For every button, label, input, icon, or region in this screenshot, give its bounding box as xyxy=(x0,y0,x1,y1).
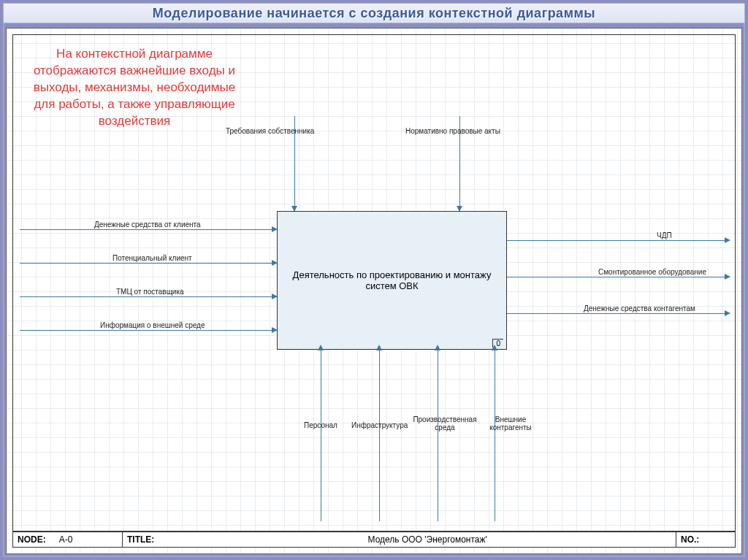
footer-title-value: Модель ООО 'Энергомонтаж' xyxy=(183,534,671,545)
input-arrow-2 xyxy=(20,263,277,264)
annotation-text: На контекстной диаграмме отображаются ва… xyxy=(21,46,248,130)
footer-title-cell: TITLE: Модель ООО 'Энергомонтаж' xyxy=(123,532,676,547)
output-label-2: Смонтированное оборудование xyxy=(598,268,706,276)
mechanism-label-3: Производственная среда xyxy=(412,415,478,431)
footer-no-label: NO.: xyxy=(681,534,699,545)
diagram-canvas: На контекстной диаграмме отображаются ва… xyxy=(6,28,742,554)
mechanism-arrowhead-3 xyxy=(435,345,440,350)
output-arrow-3 xyxy=(507,313,726,314)
output-label-3: Денежные средства контагентам xyxy=(584,304,695,312)
mechanism-arrowhead-1 xyxy=(318,345,324,350)
output-arrow-1 xyxy=(507,240,726,241)
footer-title-label: TITLE: xyxy=(127,534,154,545)
mechanism-label-4: Внешние контрагенты xyxy=(478,415,543,431)
mechanism-arrow-2 xyxy=(379,350,380,521)
slide-title-bar: Моделирование начинается с создания конт… xyxy=(3,3,745,23)
mechanism-arrowhead-2 xyxy=(376,345,382,350)
output-arrow-2 xyxy=(507,277,726,277)
input-arrow-3 xyxy=(20,296,277,297)
input-label-4: Информация о внешней среде xyxy=(100,321,205,329)
mechanism-arrow-4 xyxy=(495,350,495,521)
input-arrowhead-2 xyxy=(272,260,278,266)
footer-node-cell: NODE: A-0 xyxy=(13,532,123,547)
diagram-footer: NODE: A-0 TITLE: Модель ООО 'Энергомонта… xyxy=(12,532,736,548)
activity-box: Деятельность по проектированию и монтажу… xyxy=(277,211,507,350)
control-label-2: Нормативно правовые акты xyxy=(405,127,500,135)
mechanism-label-1: Персонал xyxy=(304,421,337,429)
input-arrow-1 xyxy=(20,229,277,230)
input-arrowhead-4 xyxy=(272,327,278,333)
output-label-1: ЧДП xyxy=(657,231,672,239)
input-arrow-4 xyxy=(20,330,277,331)
footer-node-label: NODE: xyxy=(18,534,46,545)
footer-node-value: A-0 xyxy=(59,534,73,545)
input-arrowhead-1 xyxy=(272,226,278,232)
output-arrowhead-1 xyxy=(725,237,730,243)
input-arrowhead-3 xyxy=(272,294,278,299)
control-label-1: Требования собственника xyxy=(226,127,314,135)
slide-title: Моделирование начинается с создания конт… xyxy=(153,6,595,21)
activity-label: Деятельность по проектированию и монтажу… xyxy=(285,269,499,291)
output-arrowhead-2 xyxy=(725,274,730,280)
input-label-1: Денежные средства от клиента xyxy=(94,220,201,229)
output-arrowhead-3 xyxy=(725,310,730,316)
mechanism-arrow-1 xyxy=(321,350,321,521)
mechanism-label-2: Инфраструктура xyxy=(351,421,408,429)
control-arrowhead-1 xyxy=(291,206,297,212)
control-arrowhead-2 xyxy=(457,206,462,212)
input-label-3: ТМЦ от поставщика xyxy=(116,288,184,296)
mechanism-arrow-3 xyxy=(438,350,438,521)
mechanism-arrowhead-4 xyxy=(492,345,497,350)
footer-no-cell: NO.: xyxy=(676,532,735,547)
input-label-2: Потенциальный клиент xyxy=(112,254,192,262)
